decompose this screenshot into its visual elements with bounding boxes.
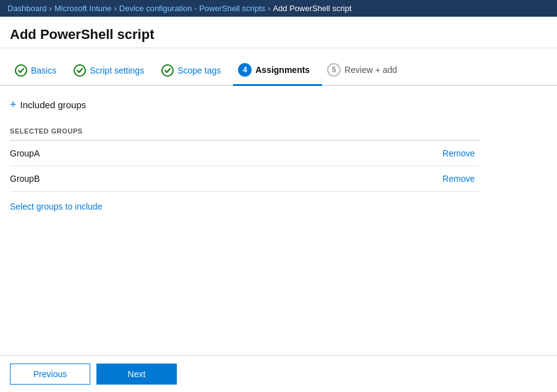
remove-groupa-button[interactable]: Remove: [443, 148, 475, 158]
selected-groups-header: SELECTED GROUPS: [10, 124, 328, 140]
review-step-badge: 5: [327, 63, 341, 77]
breadcrumb-device-config[interactable]: Device configuration - PowerShell script…: [119, 4, 265, 13]
groups-table: SELECTED GROUPS GroupA Remove GroupB Rem…: [10, 124, 480, 192]
tab-assignments[interactable]: 4 Assignments: [233, 58, 322, 86]
table-row: GroupA Remove: [10, 140, 480, 166]
tab-scope-tags-label: Scope tags: [177, 66, 221, 75]
tab-assignments-label: Assignments: [255, 65, 310, 75]
included-groups-header[interactable]: + Included groups: [10, 98, 547, 111]
group-name-groupa: GroupA: [10, 140, 328, 166]
main-content: + Included groups SELECTED GROUPS GroupA…: [0, 86, 557, 224]
tab-review-add-label: Review + add: [344, 65, 397, 75]
select-groups-link[interactable]: Select groups to include: [10, 202, 102, 211]
table-row: GroupB Remove: [10, 166, 480, 192]
breadcrumb: Dashboard › Microsoft Intune › Device co…: [0, 0, 557, 17]
remove-groupa-cell: Remove: [328, 140, 480, 166]
wizard-tabs: Basics Script settings Scope tags 4 Assi…: [0, 48, 557, 86]
basics-check-icon: [15, 64, 27, 77]
tab-script-settings-label: Script settings: [90, 66, 144, 75]
next-button[interactable]: Next: [96, 364, 177, 385]
group-name-groupb: GroupB: [10, 166, 328, 192]
remove-col-header: [328, 124, 480, 140]
remove-groupb-button[interactable]: Remove: [443, 174, 475, 184]
included-groups-title: Included groups: [20, 100, 87, 110]
breadcrumb-sep-2: ›: [114, 4, 116, 13]
script-settings-check-icon: [74, 64, 86, 77]
scope-tags-check-icon: [161, 64, 174, 77]
breadcrumb-sep-3: ›: [268, 4, 270, 13]
bottom-bar: Previous Next: [0, 355, 557, 392]
tab-scope-tags[interactable]: Scope tags: [156, 59, 233, 86]
breadcrumb-dashboard[interactable]: Dashboard: [7, 4, 47, 13]
tab-script-settings[interactable]: Script settings: [69, 59, 156, 86]
assignments-step-badge: 4: [238, 63, 252, 77]
tab-basics[interactable]: Basics: [10, 59, 69, 86]
previous-button[interactable]: Previous: [10, 364, 90, 385]
page-title: Add PowerShell script: [0, 17, 557, 48]
remove-groupb-cell: Remove: [328, 166, 480, 192]
breadcrumb-intune[interactable]: Microsoft Intune: [54, 4, 112, 13]
tab-review-add[interactable]: 5 Review + add: [322, 58, 409, 86]
breadcrumb-current: Add PowerShell script: [273, 4, 351, 13]
breadcrumb-sep-1: ›: [49, 4, 52, 13]
plus-icon: +: [10, 98, 17, 111]
tab-basics-label: Basics: [31, 66, 56, 75]
